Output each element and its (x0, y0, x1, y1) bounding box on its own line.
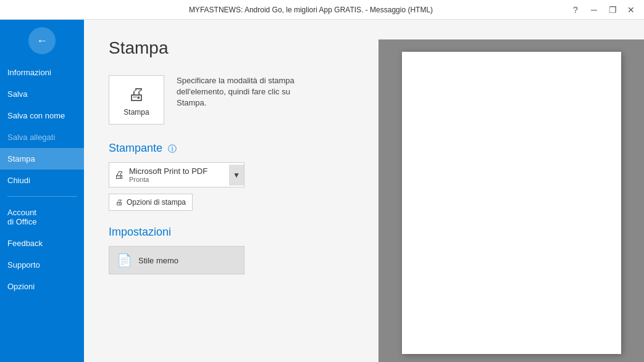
close-button[interactable]: ✕ (623, 4, 639, 16)
sidebar-item-salva-allegati: Salva allegati (0, 126, 84, 148)
print-button[interactable]: 🖨 Stampa (109, 75, 164, 125)
printer-status: Pronta (129, 176, 224, 183)
app-container: ← Informazioni Salva Salva con nome Salv… (0, 20, 644, 362)
sidebar-item-stampa[interactable]: Stampa (0, 148, 84, 170)
dropdown-arrow-icon: ▼ (229, 165, 244, 186)
printer-selector-inner[interactable]: 🖨 Microsoft Print to PDF Pronta ▼ (109, 162, 245, 187)
print-options-button[interactable]: 🖨 Opzioni di stampa (109, 194, 193, 211)
back-icon: ← (36, 35, 48, 47)
options-printer-icon: 🖨 (115, 198, 123, 207)
sidebar-item-account[interactable]: Account di Office (0, 202, 84, 232)
options-button-label: Opzioni di stampa (127, 198, 186, 207)
sidebar-item-feedback[interactable]: Feedback (0, 232, 84, 254)
info-icon[interactable]: ⓘ (168, 144, 177, 154)
help-button[interactable]: ? (567, 4, 583, 16)
print-button-label: Stampa (123, 108, 149, 117)
sidebar-item-chiudi[interactable]: Chiudi (0, 170, 84, 191)
printer-selector[interactable]: 🖨 Microsoft Print to PDF Pronta ▼ (109, 162, 245, 187)
printer-dropdown-icon: 🖨 (114, 170, 124, 181)
back-button[interactable]: ← (28, 27, 56, 54)
title-bar-title: MYFASTNEWS: Android Go, le migliori App … (54, 6, 567, 14)
sidebar-item-informazioni[interactable]: Informazioni (0, 62, 84, 83)
title-bar: MYFASTNEWS: Android Go, le migliori App … (0, 0, 644, 20)
style-label: Stile memo (138, 256, 178, 265)
sidebar-item-salva-con-nome[interactable]: Salva con nome (0, 105, 84, 126)
style-selector-button[interactable]: 📄 Stile memo (109, 246, 245, 274)
print-description: Specificare la modalità di stampa dell'e… (177, 75, 300, 109)
title-bar-controls: ? ─ ❐ ✕ (567, 4, 639, 16)
sidebar-divider (7, 196, 77, 197)
minimize-button[interactable]: ─ (586, 4, 602, 16)
printer-icon: 🖨 (128, 84, 145, 104)
sidebar: ← Informazioni Salva Salva con nome Salv… (0, 20, 84, 362)
preview-page (402, 52, 621, 354)
sidebar-item-salva[interactable]: Salva (0, 83, 84, 105)
printer-info: Microsoft Print to PDF Pronta (129, 167, 224, 183)
style-icon: 📄 (117, 253, 132, 268)
sidebar-item-opzioni[interactable]: Opzioni (0, 276, 84, 297)
print-preview-area (378, 39, 644, 362)
sidebar-item-supporto[interactable]: Supporto (0, 254, 84, 276)
printer-name: Microsoft Print to PDF (129, 167, 224, 176)
restore-button[interactable]: ❐ (604, 4, 621, 16)
